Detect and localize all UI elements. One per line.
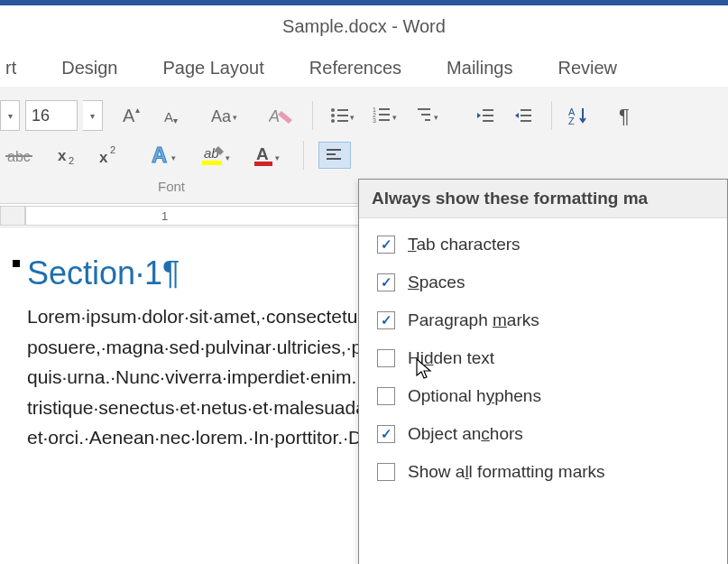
clear-formatting-icon: A (269, 104, 296, 127)
svg-text:A: A (256, 144, 269, 163)
option-label: Show all formatting marks (408, 462, 605, 482)
highlight-button[interactable]: ab▾ (195, 139, 238, 171)
svg-rect-46 (254, 162, 272, 166)
checkbox-hidden-text[interactable] (377, 349, 395, 367)
font-size-input[interactable]: 16 (25, 100, 78, 131)
svg-rect-10 (337, 115, 348, 116)
superscript-button[interactable]: x2 (92, 141, 124, 170)
subscript-button[interactable]: x2 (51, 141, 83, 170)
svg-rect-28 (521, 109, 531, 111)
separator (303, 141, 304, 170)
svg-text:A: A (123, 106, 135, 125)
svg-text:ab: ab (204, 145, 219, 161)
shrink-font-button[interactable]: A▾ (155, 100, 189, 131)
checkbox-tab-characters[interactable] (377, 236, 395, 254)
option-label: Object anchors (408, 424, 523, 444)
sort-button[interactable]: AZ (563, 101, 597, 130)
decrease-indent-button[interactable] (470, 102, 502, 129)
window-title: Sample.docx - Word (0, 5, 728, 49)
ribbon-tabs: rt Design Page Layout References Mailing… (0, 49, 728, 87)
svg-rect-43 (202, 161, 222, 165)
grow-font-button[interactable]: A▴ (115, 100, 150, 131)
font-name-dropdown-arrow[interactable]: ▾ (0, 100, 20, 131)
svg-text:A: A (164, 109, 173, 125)
svg-text:2: 2 (69, 155, 74, 166)
svg-rect-15 (379, 108, 390, 110)
doc-marker (13, 260, 20, 267)
option-paragraph-marks[interactable]: Paragraph marks (377, 310, 709, 330)
change-case-button[interactable]: Aa▾ (204, 100, 245, 131)
separator (312, 101, 313, 130)
checkbox-optional-hyphens[interactable] (377, 387, 395, 405)
svg-rect-25 (483, 109, 493, 111)
font-group-label: Font (0, 175, 343, 198)
option-tab-characters[interactable]: Tab characters (377, 235, 709, 254)
numbering-button[interactable]: 123▾ (367, 102, 405, 129)
svg-rect-22 (421, 114, 430, 116)
svg-text:▾: ▾ (275, 153, 280, 162)
numbering-icon: 123▾ (373, 106, 400, 125)
increase-indent-button[interactable] (508, 102, 540, 129)
svg-text:▴: ▴ (135, 105, 140, 115)
tab-review[interactable]: Review (558, 58, 617, 79)
text-effects-icon: A▾ (150, 143, 180, 168)
svg-rect-26 (483, 115, 493, 116)
svg-text:▾: ▾ (392, 113, 397, 122)
option-spaces[interactable]: Spaces (377, 273, 709, 292)
tab-design[interactable]: Design (61, 58, 117, 79)
multilevel-list-button[interactable]: ▾ (410, 102, 448, 129)
formatting-options-panel: Always show these formatting ma Tab char… (358, 179, 728, 564)
option-label: Hidden text (408, 348, 494, 368)
font-size-dropdown-arrow[interactable]: ▾ (83, 100, 103, 131)
svg-rect-30 (521, 120, 531, 122)
svg-text:3: 3 (373, 117, 376, 124)
checkbox-paragraph-marks[interactable] (377, 311, 395, 329)
svg-rect-27 (483, 120, 493, 122)
svg-text:Aa: Aa (211, 107, 232, 125)
option-show-all[interactable]: Show all formatting marks (377, 462, 709, 482)
text-effects-button[interactable]: A▾ (144, 139, 186, 171)
separator (551, 101, 552, 130)
bullets-button[interactable]: ▾ (324, 102, 362, 129)
align-left-button[interactable] (318, 142, 351, 169)
svg-text:A: A (152, 143, 167, 167)
svg-text:x: x (58, 147, 67, 164)
option-optional-hyphens[interactable]: Optional hyphens (377, 386, 709, 406)
svg-point-9 (331, 114, 335, 117)
checkbox-spaces[interactable] (377, 273, 395, 291)
svg-text:▾: ▾ (171, 153, 176, 162)
checkbox-object-anchors[interactable] (377, 425, 395, 443)
option-label: Optional hyphens (408, 386, 541, 406)
font-color-icon: A▾ (253, 143, 283, 168)
ruler-corner (0, 206, 25, 226)
checkbox-show-all[interactable] (377, 463, 395, 481)
strikethrough-icon: abc (5, 144, 36, 166)
sort-icon: AZ (568, 105, 592, 126)
svg-rect-21 (418, 108, 430, 110)
option-label: Paragraph marks (408, 310, 539, 330)
svg-point-7 (331, 108, 335, 112)
tab-mailings[interactable]: Mailings (447, 58, 512, 79)
grow-font-icon: A▴ (121, 104, 144, 127)
tab-page-layout[interactable]: Page Layout (162, 58, 263, 79)
options-body: Tab characters Spaces Paragraph marks Hi… (359, 218, 727, 516)
svg-text:2: 2 (110, 144, 115, 155)
show-hide-button[interactable]: ¶ (612, 101, 642, 130)
tab-references[interactable]: References (309, 58, 401, 79)
svg-text:A: A (269, 107, 280, 125)
change-case-icon: Aa▾ (209, 104, 240, 127)
svg-text:▾: ▾ (434, 113, 438, 122)
svg-rect-50 (327, 158, 341, 160)
clear-formatting-button[interactable]: A (263, 100, 301, 131)
strikethrough-button[interactable]: abc (0, 141, 41, 170)
tab-insert-partial[interactable]: rt (5, 58, 16, 79)
font-color-button[interactable]: A▾ (247, 139, 289, 171)
svg-rect-29 (521, 115, 531, 116)
option-hidden-text[interactable]: Hidden text (377, 348, 709, 368)
options-panel-header: Always show these formatting ma (359, 180, 727, 218)
svg-text:¶: ¶ (619, 105, 630, 126)
svg-rect-17 (379, 114, 390, 116)
svg-text:x: x (99, 149, 108, 166)
svg-rect-19 (379, 119, 390, 121)
option-object-anchors[interactable]: Object anchors (377, 424, 709, 444)
